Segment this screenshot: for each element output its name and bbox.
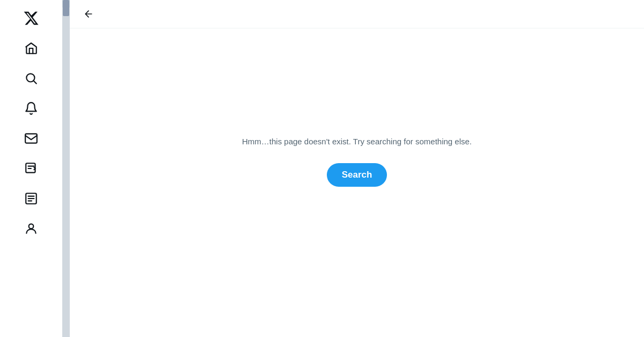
search-icon (24, 71, 38, 85)
error-container: Hmm…this page doesn't exist. Try searchi… (70, 28, 644, 337)
scrollbar-thumb[interactable] (63, 0, 69, 16)
search-button[interactable]: Search (327, 163, 387, 187)
sidebar-item-search[interactable] (17, 64, 45, 92)
sidebar: ▲ (0, 0, 70, 337)
scrollbar-track: ▲ (62, 0, 70, 337)
sidebar-item-lists[interactable] (17, 185, 45, 213)
main-content: Hmm…this page doesn't exist. Try searchi… (70, 0, 644, 337)
sidebar-item-compose[interactable] (17, 155, 45, 182)
sidebar-item-messages[interactable] (17, 124, 45, 152)
sidebar-nav (0, 4, 70, 243)
home-icon (24, 41, 38, 55)
mail-icon (24, 131, 38, 145)
list-icon (24, 192, 38, 206)
bell-icon (24, 101, 38, 115)
top-bar (70, 0, 644, 28)
back-button[interactable] (78, 4, 99, 24)
svg-point-0 (26, 74, 34, 82)
sidebar-item-home[interactable] (17, 34, 45, 62)
back-arrow-icon (83, 9, 94, 19)
svg-rect-1 (25, 134, 37, 143)
sidebar-item-profile[interactable] (17, 215, 45, 243)
error-message: Hmm…this page doesn't exist. Try searchi… (242, 136, 472, 148)
svg-point-4 (29, 224, 34, 229)
user-icon (24, 222, 38, 236)
sidebar-item-notifications[interactable] (17, 94, 45, 122)
x-logo-icon (23, 10, 39, 26)
compose-icon (24, 162, 38, 175)
sidebar-item-logo[interactable] (17, 4, 45, 32)
